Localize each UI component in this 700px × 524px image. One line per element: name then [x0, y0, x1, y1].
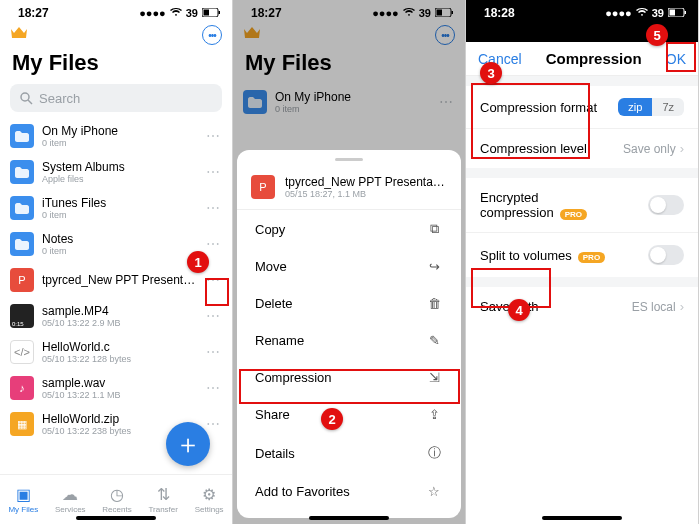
file-name: sample.MP4	[42, 304, 196, 318]
status-bar: 18:27 ●●●● 39	[0, 0, 232, 22]
pane-file-list: 18:27 ●●●● 39 ••• My Files Search On My …	[0, 0, 233, 524]
video-icon	[10, 304, 34, 328]
item-more-button[interactable]: ⋯	[204, 128, 222, 144]
share-icon: ⇪	[425, 407, 443, 422]
sheet-file-header: P tpyrced_New PPT Presentation.ppt 05/15…	[237, 169, 461, 210]
action-copy[interactable]: Copy⧉	[237, 210, 461, 248]
battery-level: 39	[186, 7, 198, 19]
format-option-zip[interactable]: zip	[618, 98, 652, 116]
code-icon: </>	[10, 340, 34, 364]
callout-2: 2	[321, 408, 343, 430]
signal-icon: ●●●●	[605, 7, 632, 19]
wifi-icon	[636, 7, 648, 19]
file-meta: 05/10 13:22 1.1 MB	[42, 390, 196, 400]
trash-icon: 🗑	[425, 296, 443, 311]
action-delete[interactable]: Delete🗑	[237, 285, 461, 322]
pane-action-sheet: 18:27 ●●●● 39 ••• My Files On My iPhone0…	[233, 0, 466, 524]
file-name: Notes	[42, 232, 196, 246]
action-sheet: P tpyrced_New PPT Presentation.ppt 05/15…	[237, 150, 461, 518]
toggle-encrypted[interactable]	[648, 195, 684, 215]
toggle-split[interactable]	[648, 245, 684, 265]
file-meta: 05/10 13:22 2.9 MB	[42, 318, 196, 328]
list-item[interactable]: On My iPhone0 item⋯	[0, 118, 232, 154]
status-bar: 18:28 ●●●● 39	[466, 0, 698, 22]
item-more-button[interactable]: ⋯	[204, 164, 222, 180]
list-item[interactable]: sample.MP405/10 13:22 2.9 MB⋯	[0, 298, 232, 334]
list-item[interactable]: </>HelloWorld.c05/10 13:22 128 bytes⋯	[0, 334, 232, 370]
highlight-box-2	[239, 369, 460, 404]
item-more-button[interactable]: ⋯	[204, 416, 222, 432]
callout-5: 5	[646, 24, 668, 46]
cloud-icon: ☁	[62, 485, 78, 504]
list-item[interactable]: iTunes Files0 item⋯	[0, 190, 232, 226]
status-time: 18:27	[18, 6, 49, 20]
highlight-box-3	[471, 83, 590, 159]
row-encrypted[interactable]: Encrypted compressionPRO	[466, 178, 698, 233]
file-name: tpyrced_New PPT Presentation.ppt	[42, 273, 196, 287]
file-name: HelloWorld.zip	[42, 412, 196, 426]
transfer-icon: ⇅	[157, 485, 170, 504]
action-rename[interactable]: Rename✎	[237, 322, 461, 359]
home-indicator[interactable]	[542, 516, 622, 520]
folder-icon	[10, 160, 34, 184]
item-more-button[interactable]: ⋯	[204, 380, 222, 396]
action-move[interactable]: Move↪	[237, 248, 461, 285]
zip-icon: ▦	[10, 412, 34, 436]
action-favorites[interactable]: Add to Favorites☆	[237, 473, 461, 510]
file-meta: 0 item	[42, 138, 196, 148]
format-option-7z[interactable]: 7z	[652, 98, 684, 116]
file-name: System Albums	[42, 160, 196, 174]
nav-services[interactable]: ☁Services	[55, 485, 86, 514]
home-indicator[interactable]	[309, 516, 389, 520]
nav-settings[interactable]: ⚙Settings	[195, 485, 224, 514]
signal-icon: ●●●●	[139, 7, 166, 19]
file-name: On My iPhone	[42, 124, 196, 138]
svg-line-4	[28, 100, 32, 104]
item-more-button[interactable]: ⋯	[204, 344, 222, 360]
folder-icon	[10, 196, 34, 220]
info-icon: ⓘ	[425, 444, 443, 462]
callout-3: 3	[480, 62, 502, 84]
label-encrypted: Encrypted compression	[480, 190, 554, 220]
chevron-right-icon: ›	[680, 141, 684, 156]
top-toolbar: •••	[0, 22, 232, 48]
action-details[interactable]: Detailsⓘ	[237, 433, 461, 473]
callout-1: 1	[187, 251, 209, 273]
nav-my-files[interactable]: ▣My Files	[8, 485, 38, 514]
search-input[interactable]: Search	[10, 84, 222, 112]
list-item[interactable]: ♪sample.wav05/10 13:22 1.1 MB⋯	[0, 370, 232, 406]
item-more-button[interactable]: ⋯	[204, 200, 222, 216]
nav-recents[interactable]: ◷Recents	[102, 485, 131, 514]
sheet-grabber[interactable]	[335, 158, 363, 161]
more-menu-button[interactable]: •••	[202, 25, 222, 45]
home-indicator[interactable]	[76, 516, 156, 520]
file-meta: 0 item	[42, 246, 196, 256]
nav-transfer[interactable]: ⇅Transfer	[148, 485, 178, 514]
folder-icon: ▣	[16, 485, 31, 504]
file-meta: 0 item	[42, 210, 196, 220]
ppt-icon: P	[10, 268, 34, 292]
wifi-icon	[170, 7, 182, 19]
edit-icon: ✎	[425, 333, 443, 348]
callout-4: 4	[508, 299, 530, 321]
clock-icon: ◷	[110, 485, 124, 504]
highlight-box-5	[666, 42, 696, 72]
format-segmented-control[interactable]: zip 7z	[618, 98, 684, 116]
item-more-button[interactable]: ⋯	[204, 236, 222, 252]
add-button[interactable]: ＋	[166, 422, 210, 466]
section-advanced: Encrypted compressionPRO Split to volume…	[466, 178, 698, 277]
svg-rect-10	[685, 11, 687, 14]
item-more-button[interactable]: ⋯	[204, 308, 222, 324]
gear-icon: ⚙	[202, 485, 216, 504]
sheet-file-meta: 05/15 18:27, 1.1 MB	[285, 189, 447, 199]
folder-icon	[10, 124, 34, 148]
svg-rect-9	[670, 10, 676, 16]
file-meta: 05/10 13:22 128 bytes	[42, 354, 196, 364]
star-icon: ☆	[425, 484, 443, 499]
battery-level: 39	[652, 7, 664, 19]
crown-icon[interactable]	[10, 26, 28, 44]
list-item[interactable]: System AlbumsApple files⋯	[0, 154, 232, 190]
file-name: sample.wav	[42, 376, 196, 390]
search-placeholder: Search	[39, 91, 80, 106]
status-time: 18:28	[484, 6, 515, 20]
